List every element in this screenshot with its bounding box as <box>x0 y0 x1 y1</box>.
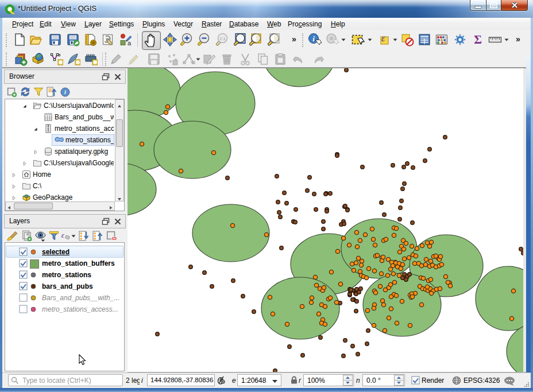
svg-text:ε: ε <box>61 231 65 239</box>
svg-text:i: i <box>64 89 66 95</box>
svg-text:1:1: 1:1 <box>219 36 225 41</box>
svg-text:a: a <box>128 40 132 46</box>
svg-text:Σ: Σ <box>474 33 482 46</box>
svg-text:i: i <box>312 34 315 43</box>
svg-text:ε: ε <box>381 33 385 43</box>
